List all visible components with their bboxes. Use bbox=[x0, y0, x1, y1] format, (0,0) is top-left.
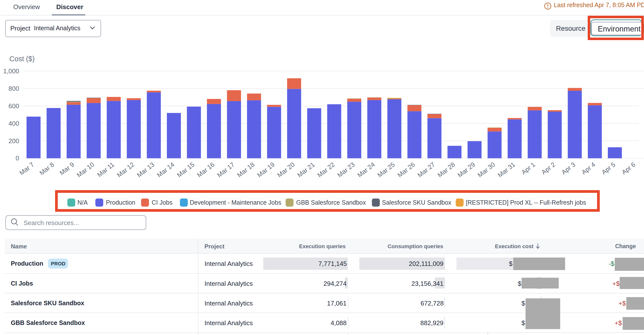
svg-text:Mar 11: Mar 11 bbox=[96, 161, 116, 178]
svg-text:800: 800 bbox=[8, 85, 19, 92]
svg-text:Mar 7: Mar 7 bbox=[18, 161, 36, 177]
svg-text:0: 0 bbox=[16, 154, 19, 162]
svg-text:Apr 4: Apr 4 bbox=[580, 161, 596, 176]
svg-text:Mar 8: Mar 8 bbox=[38, 161, 56, 177]
svg-text:Mar 24: Mar 24 bbox=[356, 161, 376, 179]
svg-text:Mar 26: Mar 26 bbox=[396, 161, 416, 179]
svg-text:Mar 27: Mar 27 bbox=[416, 161, 436, 179]
svg-text:1,000: 1,000 bbox=[3, 67, 19, 75]
svg-text:Mar 15: Mar 15 bbox=[176, 161, 196, 179]
svg-text:Mar 28: Mar 28 bbox=[436, 161, 456, 179]
svg-text:Mar 30: Mar 30 bbox=[476, 161, 496, 179]
svg-text:Apr 1: Apr 1 bbox=[520, 161, 536, 176]
svg-text:Apr 5: Apr 5 bbox=[600, 161, 617, 176]
svg-text:Mar 21: Mar 21 bbox=[296, 161, 316, 179]
svg-text:200: 200 bbox=[8, 137, 19, 145]
svg-text:600: 600 bbox=[8, 102, 19, 110]
svg-text:Mar 23: Mar 23 bbox=[336, 161, 356, 179]
svg-text:Mar 13: Mar 13 bbox=[136, 161, 156, 179]
svg-text:Apr 2: Apr 2 bbox=[540, 161, 556, 176]
svg-text:Mar 9: Mar 9 bbox=[58, 161, 76, 177]
svg-text:Mar 22: Mar 22 bbox=[316, 161, 336, 179]
svg-text:Mar 14: Mar 14 bbox=[156, 161, 176, 179]
svg-text:Mar 10: Mar 10 bbox=[76, 161, 96, 179]
svg-text:400: 400 bbox=[8, 120, 19, 127]
svg-text:Mar 29: Mar 29 bbox=[456, 161, 476, 179]
svg-text:Mar 17: Mar 17 bbox=[216, 161, 236, 179]
svg-text:Apr 3: Apr 3 bbox=[560, 161, 577, 176]
svg-text:Mar 16: Mar 16 bbox=[196, 161, 216, 179]
svg-text:Mar 12: Mar 12 bbox=[116, 161, 136, 179]
svg-text:Apr 6: Apr 6 bbox=[620, 161, 637, 176]
svg-text:Mar 31: Mar 31 bbox=[496, 161, 516, 179]
svg-text:Mar 19: Mar 19 bbox=[256, 161, 276, 179]
svg-text:Mar 20: Mar 20 bbox=[276, 161, 296, 179]
svg-text:Mar 18: Mar 18 bbox=[236, 161, 256, 179]
svg-text:Mar 25: Mar 25 bbox=[376, 161, 396, 179]
